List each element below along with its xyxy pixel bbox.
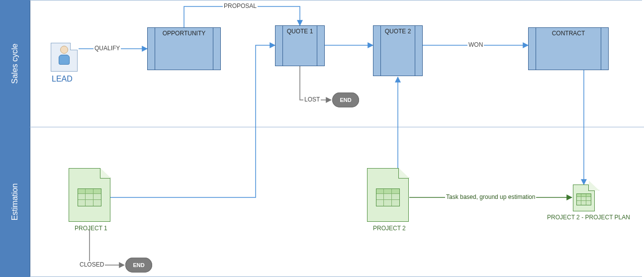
- lane-divider: [30, 127, 644, 127]
- quote1-label: QUOTE 1: [276, 28, 324, 35]
- lane-estimation-band: Estimation: [0, 127, 30, 277]
- quote2-label: QUOTE 2: [373, 28, 422, 35]
- project2plan-label: PROJECT 2 - PROJECT PLAN: [547, 214, 630, 221]
- note-fold-icon: [100, 168, 110, 179]
- edge-task-est-label: Task based, ground up estimation: [445, 193, 536, 200]
- lead-node: [51, 43, 78, 72]
- lane-sales-label: Sales cycle: [10, 43, 19, 84]
- project1-node: [69, 168, 110, 222]
- lane-sales-band: Sales cycle: [0, 0, 30, 127]
- person-icon: [59, 46, 70, 65]
- lead-label: LEAD: [52, 75, 73, 84]
- table-icon: [576, 193, 591, 205]
- contract-node: CONTRACT: [528, 27, 609, 70]
- border-top: [30, 0, 642, 0]
- lane-estimation-label: Estimation: [10, 184, 19, 221]
- opportunity-node: OPPORTUNITY: [147, 27, 221, 70]
- edge-proposal-label: PROPOSAL: [223, 2, 258, 9]
- end-closed-node: END: [125, 258, 152, 273]
- project2-node: [367, 168, 409, 222]
- project1-label: PROJECT 1: [75, 225, 107, 232]
- project2plan-node: [573, 185, 595, 211]
- end-lost-node: END: [332, 92, 359, 107]
- project2-label: PROJECT 2: [373, 225, 406, 232]
- note-fold-icon: [588, 185, 595, 191]
- edge-won-label: WON: [467, 41, 484, 48]
- table-icon: [376, 188, 400, 206]
- contract-label: CONTRACT: [529, 30, 608, 37]
- table-icon: [78, 188, 101, 206]
- opportunity-label: OPPORTUNITY: [148, 30, 220, 37]
- edge-closed-label: CLOSED: [79, 261, 105, 268]
- edge-lost-label: LOST: [303, 96, 321, 103]
- quote2-node: QUOTE 2: [373, 25, 423, 76]
- quote1-node: QUOTE 1: [275, 25, 325, 66]
- edge-qualify-label: QUALIFY: [93, 45, 121, 52]
- note-fold-icon: [398, 168, 409, 179]
- diagram-canvas: Sales cycle Estimation: [0, 0, 644, 277]
- lead-fold-icon: [70, 43, 78, 50]
